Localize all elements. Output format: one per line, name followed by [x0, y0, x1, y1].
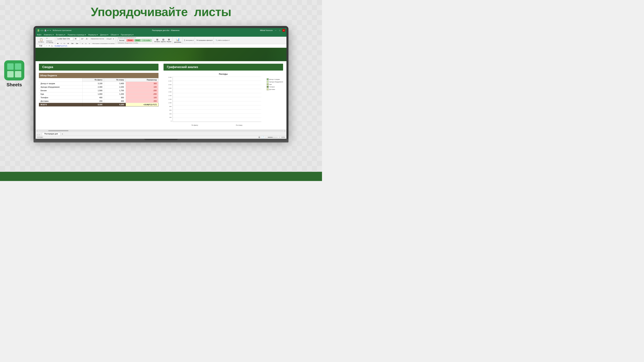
normal-view-icon[interactable]: ⊞: [258, 136, 260, 138]
style-bad-badge[interactable]: Плохо: [126, 39, 134, 42]
scroll-track[interactable]: [38, 130, 284, 131]
zoom-slider[interactable]: [268, 137, 278, 138]
fill-color-button[interactable]: A▾: [70, 42, 74, 44]
menu-layout[interactable]: Разметка страницы ▾: [68, 34, 86, 36]
insert-cell-label[interactable]: Вставить: [154, 41, 160, 42]
border-button[interactable]: ⊞: [66, 42, 70, 44]
horizontal-scrollbar[interactable]: ◁ ▷: [36, 129, 286, 132]
row-name: Доход от продаж: [39, 82, 82, 85]
zoom-in-icon[interactable]: +: [279, 136, 280, 138]
tab-right-nav[interactable]: ▷: [39, 134, 40, 135]
tab-left-nav[interactable]: ◁: [36, 134, 38, 135]
copy-format-button[interactable]: Изменитьпо образцу: [46, 40, 54, 43]
font-name-input[interactable]: [56, 37, 73, 40]
find-label[interactable]: 🔍 Найти и выбрать ▾: [216, 39, 229, 41]
font-size-input[interactable]: [74, 37, 80, 40]
underline-button[interactable]: U: [63, 42, 66, 44]
scroll-right-arrow[interactable]: ▷: [284, 130, 286, 132]
ribbon-row1: 📋 Вставить ✂ Изменитьпо образцу A⁺: [36, 37, 286, 44]
menu-formulas[interactable]: Формулы ▾: [88, 34, 98, 36]
wrap-text-button[interactable]: Обрамление текстом: [90, 38, 105, 40]
cell-reference-input[interactable]: [36, 44, 45, 47]
increase-font-button[interactable]: A⁺: [80, 37, 84, 40]
menu-view[interactable]: Просмотреть ▾: [121, 34, 134, 36]
format-cell-label[interactable]: Формат: [167, 41, 172, 42]
formula-cancel-icon: ✕: [48, 45, 50, 47]
add-sheet-button[interactable]: +: [61, 132, 64, 135]
window-controls[interactable]: ─ □ ✕: [274, 29, 285, 32]
row-name: Бензин: [39, 89, 82, 92]
icon-cell-4: [15, 71, 21, 77]
autosum-label[interactable]: Автосумма ▾: [186, 39, 194, 41]
maximize-button[interactable]: □: [278, 29, 281, 32]
delete-cell-label[interactable]: Удалить: [161, 41, 166, 42]
x-axis-labels: По факту По плану: [172, 124, 261, 126]
x-label-plan: По плану: [236, 124, 242, 126]
scroll-left-arrow[interactable]: ◁: [36, 130, 38, 132]
sheets-icon: [4, 60, 24, 80]
row-actual: 3,100: [82, 82, 104, 85]
row-actual: 400: [82, 96, 104, 99]
col-header-name: [39, 78, 82, 82]
col-header-plan: По плану: [104, 78, 126, 82]
total-formula[interactable]: =SUM(F12:F17): [126, 103, 158, 106]
align-left-button[interactable]: ≡: [81, 42, 84, 44]
styles-section: Условное форматирование ▾ Normal Плохо G…: [117, 37, 153, 44]
total-plan: 9,200: [104, 103, 126, 106]
y-axis-labels: 2 400 2 200 2 000 1 800 1 600 1 400 1 20…: [165, 77, 172, 122]
row-actual: 1,000: [82, 92, 104, 96]
menu-data[interactable]: Данные ▾: [100, 34, 108, 36]
row-over: -200: [126, 92, 158, 96]
row-plan: 300: [104, 96, 126, 99]
conditional-format-label: Нейтральн: [118, 42, 124, 44]
number-format-dropdown[interactable]: ▾: [112, 38, 115, 40]
app-label: Мобильное приложение: [53, 29, 72, 31]
decrease-font-button[interactable]: A⁻: [85, 37, 89, 40]
cut-button[interactable]: ✂: [46, 37, 54, 39]
sheet-tab-main[interactable]: Распорядок дня: [42, 132, 60, 135]
table-row: Доход от продаж 3,100 3,400 300: [39, 82, 158, 85]
paste-button[interactable]: 📋 Вставить: [38, 38, 45, 43]
icon-cell-2: [15, 63, 21, 70]
diagram-label[interactable]: Диаграмма: [174, 41, 181, 43]
legend-color-4: [267, 86, 269, 88]
menu-insert[interactable]: Вставить ▾: [56, 34, 66, 36]
status-bar: ГОТОВО ⊞ 📄 − + 100%: [36, 135, 286, 139]
sort-label[interactable]: ⇅ Сортировка и фильтр ▾: [196, 39, 213, 41]
menu-file[interactable]: Файл: [37, 34, 42, 36]
row-plan: 1,700: [104, 89, 126, 92]
bold-button[interactable]: B: [56, 42, 59, 44]
merge-button[interactable]: Объединить и выровнять по центру: [92, 42, 116, 44]
italic-button[interactable]: I: [60, 42, 62, 44]
chart-legend: Доход от продаж Аренда оборудования Еда: [267, 78, 283, 90]
icon-cell-3: [7, 71, 14, 77]
page-view-icon[interactable]: 📄: [262, 136, 264, 138]
function-icon: ƒx: [51, 45, 53, 47]
close-button[interactable]: ✕: [282, 29, 285, 32]
style-extra-badge[interactable]: ▾ В ячейке: [142, 39, 152, 42]
style-good-badge[interactable]: Good: [134, 39, 141, 42]
sort-section: ⇅ Сортировка и фильтр ▾: [196, 37, 214, 44]
clipboard-section: 📋 Вставить ✂ Изменитьпо образцу: [36, 37, 55, 44]
sheet-main-content: Сводка Обзор бюджета По факту По плану П…: [36, 61, 286, 129]
menu-edit[interactable]: Изменить ▾: [44, 34, 54, 36]
align-right-button[interactable]: ≡: [88, 42, 91, 44]
legend-label-2: Аренда оборудования: [269, 81, 283, 83]
menu-object[interactable]: Объект ▾: [111, 34, 118, 36]
chart-bars-area: [172, 77, 261, 122]
row-over: 300: [126, 82, 158, 85]
style-normal-badge[interactable]: Normal: [118, 39, 126, 42]
font-color-button[interactable]: A▾: [75, 42, 79, 44]
scroll-thumb[interactable]: [48, 130, 68, 131]
title-bar: 📗 ◁ ▷ 💾 ↩ ↪ Мобильное приложение Распоря…: [36, 28, 286, 33]
x-label-actual: По факту: [192, 124, 198, 126]
zoom-out-icon[interactable]: −: [265, 136, 266, 138]
laptop-wrapper: 📗 ◁ ▷ 💾 ↩ ↪ Мобильное приложение Распоря…: [34, 26, 288, 142]
file-name-display: Распорядок дня.xlsx - Изменено: [72, 29, 260, 31]
chart-panel-header: Графический анализ: [164, 64, 283, 70]
sheets-label: Sheets: [6, 82, 22, 87]
title-bar-icons: 📗 ◁ ▷ 💾 ↩ ↪: [37, 29, 51, 32]
legend-color-1: [267, 78, 269, 80]
align-center-button[interactable]: ≡: [84, 42, 87, 44]
minimize-button[interactable]: ─: [274, 29, 277, 32]
